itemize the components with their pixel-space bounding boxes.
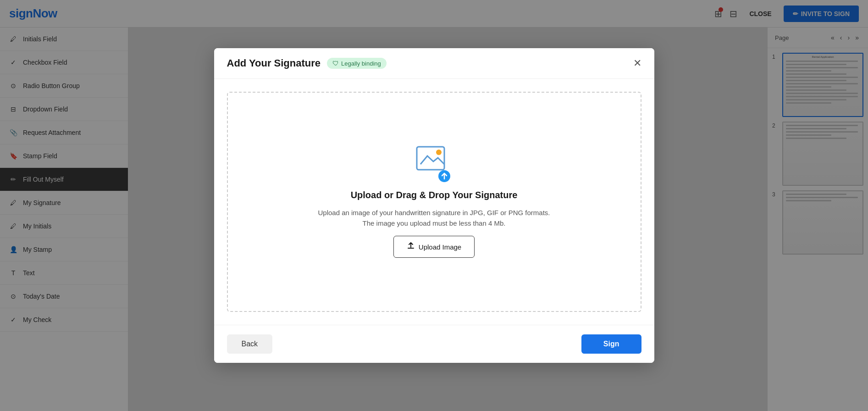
upload-icon-wrapper — [416, 146, 453, 183]
upload-zone-description: Upload an image of your handwritten sign… — [318, 208, 550, 228]
modal-header: Add Your Signature 🛡 Legally binding ✕ — [214, 48, 654, 79]
modal-title: Add Your Signature — [227, 57, 321, 69]
upload-drop-zone[interactable]: Upload or Drag & Drop Your Signature Upl… — [227, 92, 641, 312]
modal-footer: Back Sign — [214, 325, 654, 363]
upload-image-button[interactable]: Upload Image — [393, 236, 475, 258]
legally-binding-badge: 🛡 Legally binding — [327, 58, 387, 69]
sign-button[interactable]: Sign — [581, 334, 641, 354]
back-button[interactable]: Back — [227, 334, 273, 354]
image-upload-icon — [416, 146, 448, 173]
modal-overlay: Add Your Signature 🛡 Legally binding ✕ — [0, 0, 868, 411]
add-signature-modal: Add Your Signature 🛡 Legally binding ✕ — [214, 48, 654, 363]
shield-icon: 🛡 — [332, 60, 339, 67]
legally-binding-label: Legally binding — [341, 60, 381, 67]
modal-title-row: Add Your Signature 🛡 Legally binding — [227, 57, 387, 69]
svg-point-1 — [436, 150, 442, 155]
upload-zone-title: Upload or Drag & Drop Your Signature — [351, 190, 518, 200]
modal-body: Upload or Drag & Drop Your Signature Upl… — [214, 79, 654, 325]
upload-arrow-icon — [438, 170, 451, 183]
modal-close-button[interactable]: ✕ — [633, 58, 641, 68]
upload-arrow-btn-icon — [407, 242, 415, 252]
